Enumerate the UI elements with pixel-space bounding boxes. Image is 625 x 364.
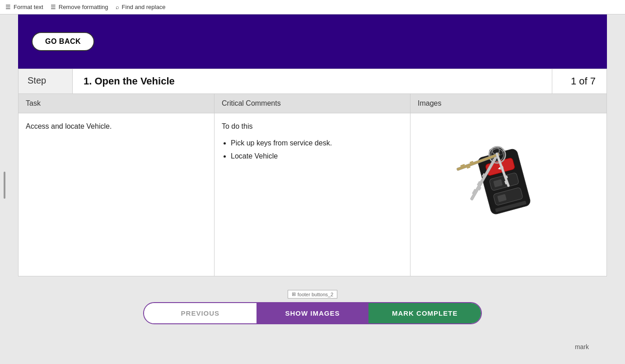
col-comments-header: Critical Comments [215,94,410,113]
col-images-header: Images [410,94,606,113]
task-text: Access and locate Vehicle. [26,122,112,130]
format-text-label: Format text [14,4,43,10]
toolbar: ☰ Format text ☰ Remove formatting ⌕ Find… [0,0,625,14]
table-header: Task Critical Comments Images [19,94,606,113]
format-text-icon: ☰ [5,4,11,10]
comments-list: Pick up keys from service desk. Locate V… [222,137,403,163]
comment-item-1: Pick up keys from service desk. [231,137,403,150]
find-replace-icon: ⌕ [116,4,119,10]
table-body: Access and locate Vehicle. To do this Pi… [19,113,606,276]
purple-header: GO BACK [18,14,607,69]
footer-label-icon: ⊞ [292,291,296,297]
content-table: Task Critical Comments Images Access and… [18,94,607,276]
format-text-item[interactable]: ☰ Format text [5,4,43,10]
remove-formatting-label: Remove formatting [59,4,108,10]
main-wrapper: GO BACK Step 1. Open the Vehicle 1 of 7 … [18,14,607,338]
comment-item-2: Locate Vehicle [231,150,403,163]
footer-buttons: PREVIOUS SHOW IMAGES MARK COMPLETE [143,302,482,324]
scroll-indicator [4,172,5,199]
show-images-button[interactable]: SHOW IMAGES [257,303,369,323]
comments-intro: To do this [222,122,403,131]
task-cell: Access and locate Vehicle. [19,113,215,276]
find-replace-item[interactable]: ⌕ Find and replace [116,4,166,10]
find-replace-label: Find and replace [122,4,166,10]
car-keys-image: ◀◀ [441,122,576,249]
footer-area: ⊞ footer buttons_2 PREVIOUS SHOW IMAGES … [18,276,607,338]
comments-cell: To do this Pick up keys from service des… [215,113,410,276]
footer-label-text: footer buttons_2 [298,292,334,297]
remove-formatting-icon: ☰ [51,4,56,10]
col-task-header: Task [19,94,215,113]
step-label: Step [19,69,73,93]
mark-complete-button[interactable]: MARK COMPLETE [368,303,481,323]
step-header: Step 1. Open the Vehicle 1 of 7 [18,69,607,94]
remove-formatting-item[interactable]: ☰ Remove formatting [51,4,108,10]
mark-label: mark [575,343,589,350]
step-counter: 1 of 7 [552,69,606,93]
previous-button[interactable]: PREVIOUS [144,303,257,323]
step-title: 1. Open the Vehicle [73,69,552,93]
go-back-button[interactable]: GO BACK [32,32,94,51]
images-cell: ◀◀ [410,113,606,276]
footer-label: ⊞ footer buttons_2 [288,290,338,299]
